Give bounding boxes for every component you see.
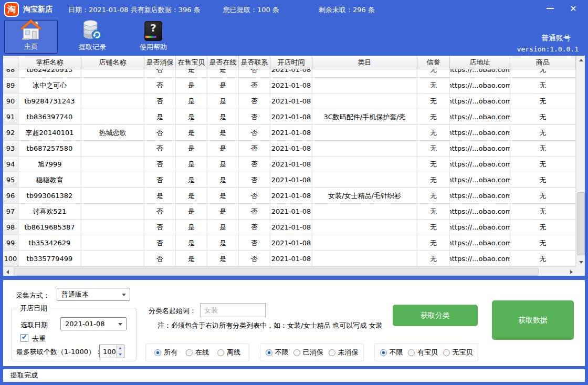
cell-shop (81, 172, 144, 188)
radio-option-label: 所有 (164, 348, 177, 357)
help-label: 使用帮助 (140, 43, 167, 52)
column-header-owner[interactable]: 掌柜名称 (18, 56, 81, 69)
table-row[interactable]: 96tb993061382是是是否2021-01-08女装/女士精品/毛针织衫无… (3, 188, 576, 204)
scroll-left-button[interactable] (3, 267, 12, 276)
max-count-spinner[interactable]: 100 (99, 345, 124, 358)
cell-shop (81, 220, 144, 235)
table-row[interactable]: 100tb335779499否是是否2021-01-08无https://...… (3, 251, 576, 267)
collect-mode-value: 普通版本 (61, 290, 89, 299)
radio-option[interactable]: 在线 (186, 348, 209, 357)
cell-contact: 否 (239, 235, 270, 251)
table-row[interactable]: 91tb836397740是是是否2021-01-083C数码配件/手机保护套/… (3, 109, 576, 125)
column-header-onsale[interactable]: 在售宝贝 (176, 56, 207, 69)
row-number-cell: 96 (3, 188, 18, 204)
records-button[interactable]: 提取记录 (67, 20, 118, 54)
cell-shop (81, 235, 144, 251)
home-button[interactable]: 主页 (4, 20, 58, 54)
collect-mode-dropdown[interactable]: 普通版本 (57, 288, 130, 301)
cell-onsale: 是 (176, 235, 207, 251)
radio-option[interactable]: 有宝贝 (408, 348, 438, 357)
scroll-right-button[interactable] (567, 267, 576, 276)
stat-remaining: 剩余未取：296 条 (319, 5, 375, 15)
cell-shop (81, 188, 144, 204)
radio-option[interactable]: 不限 (380, 348, 403, 357)
column-header-goods[interactable]: 商品 (510, 56, 576, 69)
cell-goods: 无 (510, 141, 576, 157)
row-number-cell: 100 (3, 251, 18, 267)
table-row[interactable]: 94旭7999否是是否2021-01-08无https://...obao.co… (3, 157, 576, 172)
cell-category (312, 141, 417, 157)
column-header-insured[interactable]: 是否消保 (144, 56, 176, 69)
get-data-button[interactable]: 获取数据 (492, 300, 574, 340)
cell-opened: 2021-01-08 (270, 220, 312, 235)
table-row[interactable]: 97讨喜欢521否是是否2021-01-08无https://...obao.c… (3, 204, 576, 220)
spinner-up-button[interactable] (117, 345, 124, 351)
table-row[interactable]: 89冰中之可心否是是否2021-01-08无https://...obao.co… (3, 78, 576, 93)
get-category-button[interactable]: 获取分类 (393, 305, 478, 326)
horizontal-scroll-thumb[interactable] (14, 268, 539, 276)
cell-url: https://...obao.com (450, 251, 510, 267)
radio-option[interactable]: 离线 (217, 348, 240, 357)
cell-category (312, 78, 417, 93)
max-count-value: 100 (100, 345, 116, 358)
cell-opened: 2021-01-08 (270, 125, 312, 141)
cell-contact: 否 (239, 251, 270, 267)
scroll-down-button[interactable] (576, 258, 585, 267)
scroll-up-button[interactable] (576, 56, 585, 65)
cell-credit: 无 (417, 188, 450, 204)
radio-icon (443, 349, 450, 356)
vertical-scrollbar[interactable] (576, 56, 585, 267)
question-mark-icon: ? (142, 22, 165, 34)
radio-option[interactable]: 所有 (154, 348, 177, 357)
column-header-credit[interactable]: 信誉 (417, 56, 450, 69)
rainbow-strip (145, 36, 156, 38)
radio-option-label: 不限 (275, 348, 289, 357)
cell-owner: tb9284731243 (18, 93, 81, 109)
dedupe-checkbox[interactable] (20, 334, 28, 342)
cell-credit: 无 (417, 141, 450, 157)
horizontal-scrollbar[interactable] (3, 267, 576, 276)
table-row[interactable]: 99tb35342629否是是否2021-01-08无https://...ob… (3, 235, 576, 251)
cell-category (312, 235, 417, 251)
table-row[interactable]: 95稳稳教育否是是否2021-01-08无https://...obao.com… (3, 172, 576, 188)
cell-onsale: 是 (176, 141, 207, 157)
column-header-contact[interactable]: 是否联系 (239, 56, 270, 69)
cell-shop (81, 251, 144, 267)
radio-option[interactable]: 不限 (266, 348, 289, 357)
cell-goods: 无 (510, 125, 576, 141)
table-row[interactable]: 98tb8619685387否是是否2021-01-08无https://...… (3, 220, 576, 235)
help-button[interactable]: ? 使用帮助 (128, 20, 178, 54)
radio-option[interactable]: 已消保 (293, 348, 323, 357)
radio-option[interactable]: 无宝贝 (443, 348, 473, 357)
minimize-button[interactable] (540, 0, 561, 17)
cell-opened: 2021-01-08 (270, 251, 312, 267)
check-icon (22, 335, 26, 339)
arrow-right-icon (570, 270, 573, 274)
cell-owner: tb687257580 (18, 141, 81, 157)
date-dropdown[interactable]: 2021-01-08 (60, 317, 127, 330)
spinner-down-button[interactable] (117, 351, 124, 358)
table-row[interactable]: 88tb624220913否是是否2021-01-08无https://...o… (3, 69, 576, 78)
vertical-scroll-thumb[interactable] (577, 192, 585, 255)
category-note: 注：必须包含于右边所有分类列表中，如：女装/女士精品 也可以写成 女装 (158, 321, 383, 330)
column-header-opened[interactable]: 开店时间 (270, 56, 312, 69)
arrow-up-icon (119, 347, 122, 349)
table-row[interactable]: 90tb9284731243否是是否2021-01-08无https://...… (3, 93, 576, 109)
cell-opened: 2021-01-08 (270, 172, 312, 188)
cell-credit: 无 (417, 172, 450, 188)
column-header-url[interactable]: 店地址 (450, 56, 510, 69)
category-start-input[interactable] (200, 303, 266, 317)
cell-credit: 无 (417, 251, 450, 267)
radio-option[interactable]: 未消保 (329, 348, 359, 357)
close-button[interactable]: ✕ (563, 0, 584, 17)
cell-online: 是 (207, 220, 239, 235)
cell-insured: 否 (144, 220, 176, 235)
titlebar: 淘 淘宝新店 日期：2021-01-08 共有新店数据：396 条 您已提取：1… (0, 0, 588, 19)
table-row[interactable]: 93tb687257580否是是否2021-01-08无https://...o… (3, 141, 576, 157)
column-header-shop[interactable]: 店铺名称 (81, 56, 144, 69)
minimize-icon (547, 8, 554, 9)
column-header-category[interactable]: 类目 (312, 56, 417, 69)
table-row[interactable]: 92李超20140101热城恋歌否是是否2021-01-08无https://.… (3, 125, 576, 141)
column-header-online[interactable]: 是否在线 (207, 56, 239, 69)
stat-date-total: 日期：2021-01-08 共有新店数据：396 条 (68, 5, 201, 15)
